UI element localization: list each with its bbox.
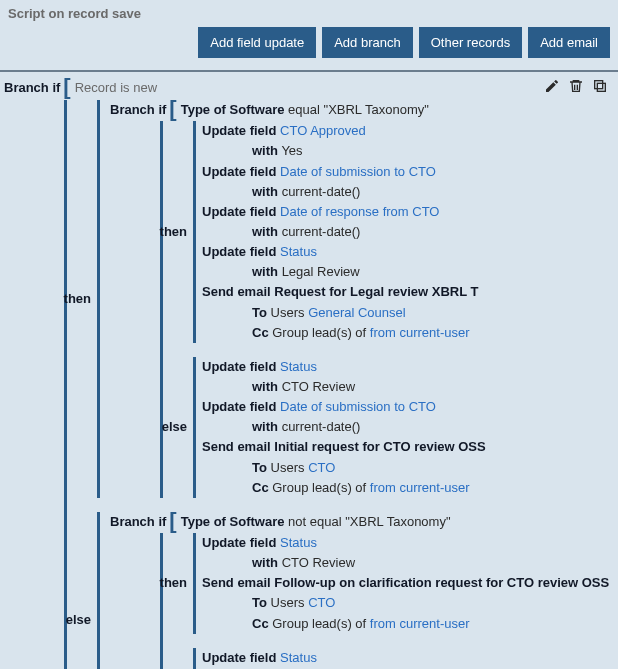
script-tree: Branch if [ Record is new then Branch if xyxy=(0,78,618,669)
svg-rect-1 xyxy=(595,81,603,89)
cond-op: not equal xyxy=(288,514,342,529)
branch-root-row[interactable]: Branch if [ Record is new xyxy=(4,78,614,98)
branch-row-then[interactable]: Branch if [ Type of Software equal "XBRL… xyxy=(110,100,614,120)
update-field-action[interactable]: Update field Status xyxy=(202,357,614,377)
update-field-action[interactable]: Update field Status xyxy=(202,242,614,262)
cond-field: Type of Software xyxy=(181,102,285,117)
else-block: Update field Status with CTO Review Upda… xyxy=(193,357,614,498)
branch-if-label: Branch if xyxy=(110,100,166,120)
toolbar: Add field update Add branch Other record… xyxy=(8,27,610,58)
branch-if-label: Branch if xyxy=(4,78,60,98)
else-label: else xyxy=(163,417,193,437)
cond-value: "XBRL Taxonomy" xyxy=(324,102,429,117)
edit-icon[interactable] xyxy=(544,78,560,94)
bracket-icon: [ xyxy=(60,78,74,96)
other-records-button[interactable]: Other records xyxy=(419,27,522,58)
delete-icon[interactable] xyxy=(568,78,584,94)
then-block: Update field CTO Approved with Yes Updat… xyxy=(193,121,614,343)
add-field-update-button[interactable]: Add field update xyxy=(198,27,316,58)
update-field-action[interactable]: Update field Date of submission to CTO xyxy=(202,397,614,417)
branch-condition: Record is new xyxy=(75,78,157,98)
bracket-icon: [ xyxy=(166,512,180,530)
branch-row-else[interactable]: Branch if [ Type of Software not equal "… xyxy=(110,512,616,532)
cond-value: "XBRL Taxonomy" xyxy=(345,514,450,529)
update-field-action[interactable]: Update field Status xyxy=(202,648,616,668)
else-label-outer: else xyxy=(67,610,97,630)
update-field-action[interactable]: Update field Status xyxy=(202,533,616,553)
svg-rect-0 xyxy=(597,83,605,91)
add-email-button[interactable]: Add email xyxy=(528,27,610,58)
cond-field: Type of Software xyxy=(181,514,285,529)
then-label-outer: then xyxy=(67,289,97,309)
then-label: then xyxy=(163,222,193,242)
branch-if-label: Branch if xyxy=(110,512,166,532)
add-branch-button[interactable]: Add branch xyxy=(322,27,413,58)
then-label: then xyxy=(163,573,193,593)
divider xyxy=(0,70,618,72)
cond-op: equal xyxy=(288,102,320,117)
root-children: then Branch if [ Type of Software equal … xyxy=(64,100,614,669)
send-email-action[interactable]: Send email Request for Legal review XBRL… xyxy=(202,282,614,302)
update-field-action[interactable]: Update field Date of response from CTO xyxy=(202,202,614,222)
update-field-action[interactable]: Update field Date of submission to CTO xyxy=(202,162,614,182)
copy-icon[interactable] xyxy=(592,78,608,94)
else-block: Update field Status with Legal Review Se… xyxy=(193,648,616,669)
update-field-action[interactable]: Update field CTO Approved xyxy=(202,121,614,141)
bracket-icon: [ xyxy=(166,100,180,118)
send-email-action[interactable]: Send email Initial request for CTO revie… xyxy=(202,437,614,457)
send-email-action[interactable]: Send email Follow-up on clarification re… xyxy=(202,573,616,593)
page-title: Script on record save xyxy=(8,6,610,21)
then-block: Update field Status with CTO Review Send… xyxy=(193,533,616,634)
header-bar: Script on record save Add field update A… xyxy=(0,0,618,66)
